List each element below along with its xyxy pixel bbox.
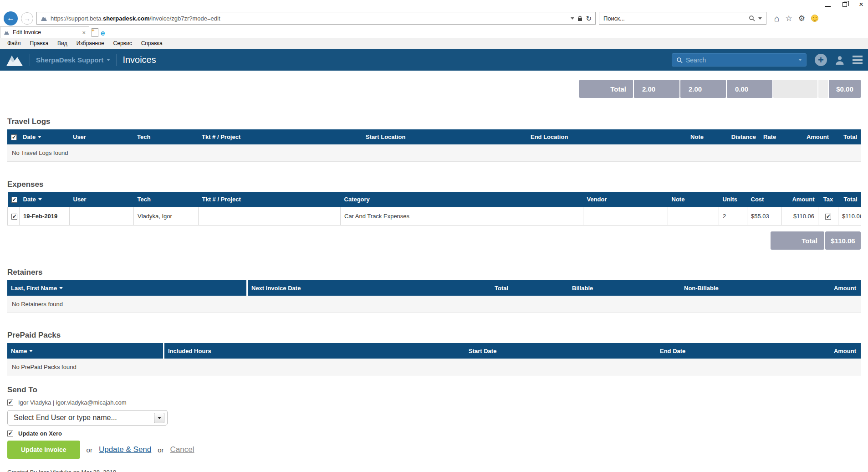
- expenses-heading: Expenses: [7, 180, 861, 189]
- home-icon[interactable]: ⌂: [774, 14, 779, 23]
- end-user-select-placeholder: Select End User or type name...: [14, 414, 117, 422]
- col-vendor: Vendor: [583, 192, 668, 207]
- expense-row-checkbox[interactable]: [11, 214, 17, 220]
- menu-file[interactable]: Файл: [3, 40, 26, 46]
- sort-desc-icon: [29, 350, 33, 352]
- tab-edit-invoice[interactable]: Edit Invoice ×: [0, 26, 89, 38]
- favorites-star-icon[interactable]: ☆: [785, 15, 792, 22]
- col-end-location: End Location: [527, 129, 664, 144]
- back-button[interactable]: ←: [4, 11, 18, 26]
- search-icon[interactable]: [749, 15, 755, 21]
- col-start-location: Start Location: [362, 129, 527, 144]
- forward-button[interactable]: →: [21, 12, 33, 25]
- col-billable: Billable: [568, 285, 680, 292]
- cell-tkt-project: [199, 207, 341, 226]
- col-total: Total: [838, 192, 861, 207]
- add-new-button[interactable]: +: [815, 54, 827, 66]
- feedback-smiley-icon[interactable]: [811, 15, 818, 22]
- window-controls: ×: [825, 1, 863, 8]
- cell-note: [668, 207, 719, 226]
- col-amount: Amount: [782, 192, 818, 207]
- col-tech: Tech: [134, 192, 199, 207]
- back-arrow-icon: ←: [7, 14, 15, 23]
- refresh-icon[interactable]: ↻: [586, 15, 592, 22]
- expenses-total-value: $110.06: [825, 231, 861, 250]
- tab-title: Edit Invoice: [13, 29, 41, 36]
- col-date[interactable]: Date: [20, 192, 70, 207]
- summary-value-3: 0.00: [727, 80, 772, 98]
- app-search-box[interactable]: [672, 53, 807, 67]
- cell-units: 2: [719, 207, 747, 226]
- col-note: Note: [668, 192, 719, 207]
- minimize-button[interactable]: [825, 6, 831, 7]
- col-rate: Rate: [760, 129, 791, 144]
- travel-logs-header-row: Date User Tech Tkt # / Project Start Loc…: [7, 129, 861, 144]
- send-to-heading: Send To: [7, 385, 861, 395]
- user-profile-icon[interactable]: [834, 55, 845, 66]
- restore-button[interactable]: [842, 2, 847, 7]
- select-dropdown-button[interactable]: [154, 413, 164, 423]
- menu-favorites[interactable]: Избранное: [72, 40, 109, 46]
- retainers-header-segment: Next Invoice Date Total Billable Non-Bil…: [248, 280, 861, 296]
- menu-view[interactable]: Вид: [53, 40, 72, 46]
- expense-tax-checkbox[interactable]: [825, 214, 831, 220]
- col-date[interactable]: Date: [19, 129, 69, 144]
- recipient-label: Igor Vladyka | igor.vladyka@micajah.com: [18, 399, 127, 406]
- col-units: Units: [719, 192, 747, 207]
- new-tab-button[interactable]: ✦: [92, 28, 98, 37]
- search-dropdown-icon[interactable]: [758, 17, 762, 20]
- address-bar[interactable]: https://support.beta.sherpadesk.com/invo…: [36, 12, 596, 25]
- col-name[interactable]: Name: [7, 343, 163, 359]
- app-search-input[interactable]: [686, 56, 795, 64]
- ie-logo-icon[interactable]: e: [101, 29, 105, 37]
- end-user-select[interactable]: Select End User or type name...: [7, 410, 168, 426]
- expenses-table: Date User Tech Tkt # / Project Category …: [7, 192, 861, 226]
- invoice-edit-page: Total 2.00 2.00 0.00 $0.00 Travel Logs D…: [0, 80, 868, 472]
- hamburger-menu-icon[interactable]: [853, 56, 863, 64]
- screen: × ← → https://support.beta.sherpadesk.co…: [0, 0, 868, 472]
- sort-desc-icon: [59, 287, 63, 289]
- col-last-first-name[interactable]: Last, First Name: [7, 280, 246, 296]
- browser-search-box[interactable]: [599, 12, 766, 25]
- or-text-2: or: [158, 446, 163, 454]
- update-invoice-button[interactable]: Update Invoice: [7, 441, 80, 459]
- app-header: SherpaDesk Support Invoices +: [0, 49, 868, 71]
- col-tkt-project: Tkt # / Project: [198, 129, 362, 144]
- settings-gear-icon[interactable]: ⚙: [798, 15, 805, 22]
- summary-spacer-cell: [773, 80, 817, 98]
- plus-icon: +: [818, 55, 824, 65]
- account-dropdown[interactable]: SherpaDesk Support: [36, 56, 110, 64]
- app-search-caret-icon[interactable]: [798, 59, 802, 61]
- sherpadesk-logo[interactable]: [5, 54, 24, 67]
- travel-logs-empty-row: No Travel Logs found: [7, 144, 861, 161]
- cancel-link[interactable]: Cancel: [170, 445, 194, 454]
- cell-amount: $110.06: [782, 207, 818, 226]
- prepaid-packs-header-row: Name Included Hours Start Date End Date …: [7, 343, 861, 359]
- browser-search-input[interactable]: [603, 15, 745, 22]
- menu-help[interactable]: Справка: [137, 40, 167, 46]
- menu-edit[interactable]: Правка: [26, 40, 53, 46]
- prepaid-packs-empty-message: No PrePaid Packs found: [7, 359, 861, 375]
- xero-row: Update on Xero: [7, 430, 861, 437]
- update-and-send-link[interactable]: Update & Send: [99, 445, 151, 454]
- menu-tools[interactable]: Сервис: [109, 40, 137, 46]
- or-text: or: [87, 446, 92, 454]
- travel-logs-select-all-checkbox[interactable]: [11, 134, 17, 140]
- address-dropdown-icon[interactable]: [571, 17, 574, 20]
- new-tab-sparkle-icon: ✦: [91, 28, 95, 33]
- col-amount: Amount: [791, 129, 832, 144]
- col-start-date: Start Date: [465, 348, 656, 354]
- expenses-select-all-checkbox[interactable]: [11, 197, 17, 203]
- summary-total-label: Total: [579, 80, 633, 98]
- update-on-xero-checkbox[interactable]: [7, 431, 13, 436]
- col-non-billable: Non-Billable: [680, 285, 794, 292]
- recipient-checkbox[interactable]: [7, 400, 13, 405]
- created-by-note: Created By Igor Vladyka on Mar 28, 2019: [7, 469, 861, 472]
- cell-category: Car And Track Expenses: [341, 207, 583, 226]
- expenses-header-row: Date User Tech Tkt # / Project Category …: [8, 192, 861, 207]
- browser-toolbar-icons: ⌂ ☆ ⚙: [774, 14, 818, 23]
- prepaid-header-segment: Included Hours Start Date End Date Amoun…: [164, 343, 861, 359]
- sort-desc-icon: [38, 136, 41, 138]
- tab-close-icon[interactable]: ×: [82, 29, 86, 36]
- close-button[interactable]: ×: [859, 1, 863, 8]
